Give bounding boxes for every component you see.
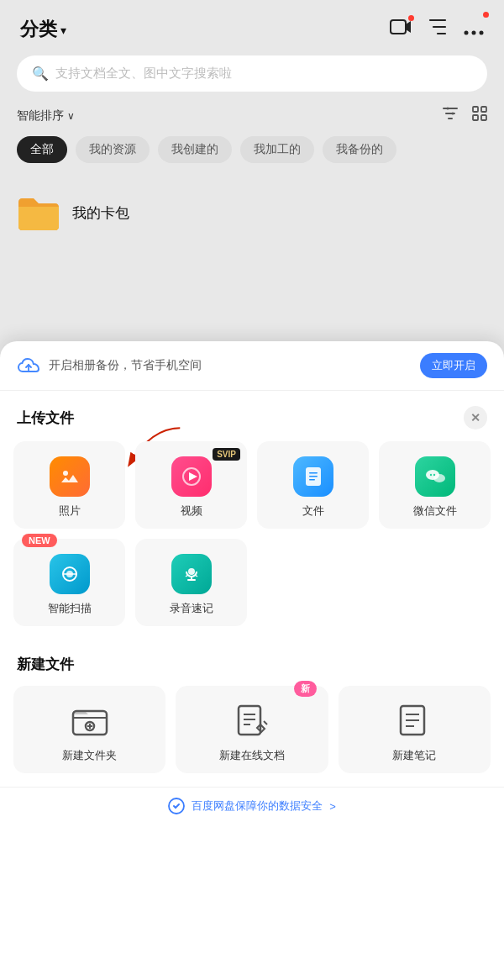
tab-my-resources[interactable]: 我的资源: [76, 136, 150, 163]
upload-scan-item[interactable]: NEW 智能扫描: [13, 539, 125, 626]
new-folder-label: 新建文件夹: [62, 748, 117, 763]
upload-photo-item[interactable]: 照片: [13, 441, 125, 529]
sort-row: 智能排序 ∨: [0, 105, 504, 136]
svg-point-4: [465, 31, 469, 35]
folder-icon: [17, 193, 60, 232]
video-icon: [171, 456, 212, 497]
new-note-item[interactable]: 新建笔记: [339, 686, 491, 773]
search-bar[interactable]: 🔍 支持文档全文、图中文字搜索啦: [17, 55, 487, 92]
new-doc-icon: [232, 701, 272, 741]
new-doc-label: 新建在线文档: [219, 748, 285, 763]
sort-chevron-icon: ∨: [67, 110, 75, 122]
svg-point-8: [452, 113, 454, 115]
folder-name: 我的卡包: [72, 203, 129, 223]
header-icons: [390, 17, 484, 42]
svg-point-7: [447, 108, 449, 110]
file-icon: [293, 456, 333, 497]
new-doc-item[interactable]: 新 新建在线文档: [176, 686, 328, 773]
svip-badge: SVIP: [213, 448, 240, 461]
tab-backup[interactable]: 我备份的: [323, 136, 396, 163]
top-section: 分类 ▾: [0, 0, 504, 361]
sort-label: 智能排序: [17, 108, 64, 124]
shield-icon: [168, 798, 185, 814]
photo-icon: [50, 456, 90, 497]
record-dot: [408, 15, 414, 21]
more-dot: [483, 12, 489, 18]
new-folder-item[interactable]: 新建文件夹: [13, 686, 165, 773]
upload-title: 上传文件: [17, 408, 74, 428]
svg-rect-20: [309, 472, 318, 474]
scan-label: 智能扫描: [48, 601, 92, 616]
header: 分类 ▾: [0, 0, 504, 55]
svg-rect-21: [309, 476, 318, 477]
grid-icon[interactable]: [472, 106, 487, 125]
new-note-icon: [394, 701, 434, 741]
close-button[interactable]: ✕: [464, 406, 487, 429]
search-icon: 🔍: [32, 66, 49, 82]
svg-point-16: [63, 471, 68, 476]
svg-line-43: [264, 721, 267, 724]
upload-section-header: 上传文件 ✕: [0, 391, 504, 441]
header-left[interactable]: 分类 ▾: [20, 17, 66, 42]
upload-wechat-item[interactable]: 微信文件: [379, 441, 491, 529]
svg-point-5: [472, 31, 476, 35]
svg-point-30: [188, 568, 195, 575]
tab-all[interactable]: 全部: [17, 136, 67, 163]
more-button[interactable]: [464, 18, 484, 40]
tab-created[interactable]: 我创建的: [158, 136, 232, 163]
svg-point-24: [433, 474, 445, 482]
new-file-grid: 新建文件夹 新 新建在线文档: [0, 686, 504, 787]
svg-rect-0: [391, 20, 406, 34]
new-folder-icon: [70, 701, 110, 741]
backup-open-button[interactable]: 立即开启: [420, 353, 487, 378]
file-label: 文件: [302, 503, 324, 519]
upload-grid: 照片 SVIP 视频 文件: [0, 441, 504, 640]
svg-rect-10: [481, 107, 486, 112]
footer-text: 百度网盘保障你的数据安全: [192, 798, 323, 814]
svg-rect-9: [473, 107, 478, 112]
banner-text: 开启相册备份，节省手机空间: [49, 358, 202, 373]
new-badge: NEW: [22, 534, 57, 547]
svg-rect-15: [57, 464, 82, 489]
search-placeholder: 支持文档全文、图中文字搜索啦: [55, 66, 232, 82]
svg-rect-12: [481, 115, 486, 120]
svg-point-26: [433, 474, 434, 476]
svg-rect-11: [473, 115, 478, 120]
record-button[interactable]: [390, 18, 412, 41]
svg-rect-22: [309, 479, 315, 481]
banner-left: 开启相册备份，节省手机空间: [17, 356, 202, 375]
record-label: 录音速记: [170, 601, 213, 616]
svg-point-25: [429, 474, 431, 476]
upload-file-item[interactable]: 文件: [257, 441, 369, 529]
wechat-icon: [415, 456, 455, 497]
sheet-footer[interactable]: 百度网盘保障你的数据安全 >: [0, 787, 504, 825]
new-file-title: 新建文件: [17, 655, 74, 674]
new-file-section-header: 新建文件: [0, 640, 504, 686]
photo-label: 照片: [59, 503, 81, 519]
svg-marker-18: [189, 472, 197, 481]
upload-video-item[interactable]: SVIP 视频: [135, 441, 247, 529]
close-icon: ✕: [470, 411, 480, 424]
upload-record-item[interactable]: 录音速记: [135, 539, 247, 626]
sort-selector[interactable]: 智能排序 ∨: [17, 108, 75, 124]
video-label: 视频: [181, 503, 202, 519]
new-badge-pink: 新: [294, 681, 317, 697]
svg-point-6: [480, 31, 484, 35]
svg-line-33: [186, 575, 188, 577]
chevron-down-icon: ▾: [60, 24, 66, 37]
backup-banner: 开启相册备份，节省手机空间 立即开启: [0, 341, 504, 391]
record-note-icon: [171, 554, 212, 594]
folder-row[interactable]: 我的卡包: [0, 180, 504, 245]
filter-icon[interactable]: [442, 105, 459, 126]
filter-tabs: 全部 我的资源 我创建的 我加工的 我备份的: [0, 136, 504, 180]
footer-arrow-icon: >: [329, 800, 336, 813]
bottom-sheet: 开启相册备份，节省手机空间 立即开启 上传文件 ✕: [0, 341, 504, 980]
sort-right-icons: [442, 105, 487, 126]
wechat-label: 微信文件: [413, 503, 457, 519]
new-note-label: 新建笔记: [392, 748, 436, 763]
scan-icon: [50, 554, 90, 594]
sort-button[interactable]: [428, 17, 447, 42]
tab-processed[interactable]: 我加工的: [240, 136, 314, 163]
page-title: 分类: [20, 17, 57, 42]
svg-line-34: [195, 575, 197, 577]
